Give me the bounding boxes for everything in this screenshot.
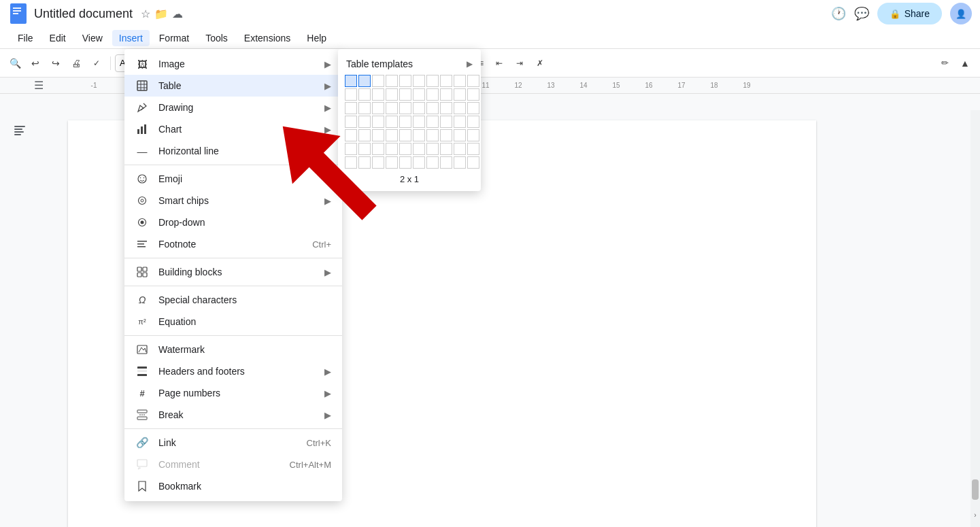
grid-cell-2-10[interactable] [467, 88, 479, 101]
menu-item-chart[interactable]: Chart ▶ [124, 118, 342, 140]
grid-cell-6-6[interactable] [413, 143, 425, 155]
grid-cell-6-1[interactable] [345, 143, 357, 155]
menu-item-emoji[interactable]: Emoji [124, 168, 342, 190]
print-btn[interactable]: 🖨 [67, 54, 86, 73]
grid-cell-3-8[interactable] [440, 102, 452, 114]
grid-cell-3-5[interactable] [399, 102, 411, 114]
grid-cell-3-9[interactable] [454, 102, 466, 114]
grid-cell-4-3[interactable] [372, 116, 384, 128]
folder-icon[interactable]: 📁 [154, 7, 168, 20]
grid-cell-2-3[interactable] [372, 88, 384, 101]
grid-cell-5-2[interactable] [358, 129, 371, 141]
menu-item-headers-footers[interactable]: Headers and footers ▶ [124, 360, 342, 382]
menu-item-tools[interactable]: Tools [199, 30, 235, 46]
collapse-toolbar-btn[interactable]: ▲ [956, 54, 975, 73]
avatar[interactable]: 👤 [950, 3, 972, 24]
grid-cell-3-3[interactable] [372, 102, 384, 114]
grid-cell-1-4[interactable] [386, 75, 398, 87]
grid-cell-1-3[interactable] [372, 75, 384, 87]
menu-item-view[interactable]: View [75, 30, 109, 46]
grid-cell-3-10[interactable] [467, 102, 479, 114]
comment-icon[interactable]: 💬 [854, 6, 869, 21]
grid-cell-5-1[interactable] [345, 129, 357, 141]
grid-cell-1-1[interactable] [345, 75, 357, 87]
grid-cell-5-9[interactable] [454, 129, 466, 141]
scroll-chevron-icon[interactable]: › [972, 509, 979, 520]
grid-cell-7-10[interactable] [467, 156, 479, 169]
menu-item-link[interactable]: 🔗 Link Ctrl+K [124, 432, 342, 454]
grid-cell-2-9[interactable] [454, 88, 466, 101]
grid-cell-6-7[interactable] [426, 143, 439, 155]
grid-cell-6-4[interactable] [386, 143, 398, 155]
grid-cell-3-2[interactable] [358, 102, 371, 114]
grid-cell-5-4[interactable] [386, 129, 398, 141]
clear-format-btn[interactable]: ✗ [530, 54, 550, 73]
menu-item-insert[interactable]: Insert [112, 30, 150, 46]
search-toolbar-btn[interactable]: 🔍 [5, 54, 24, 73]
grid-cell-7-2[interactable] [358, 156, 371, 169]
grid-cell-4-4[interactable] [386, 116, 398, 128]
grid-cell-2-5[interactable] [399, 88, 411, 101]
grid-cell-4-9[interactable] [454, 116, 466, 128]
edit-mode-btn[interactable]: ✏ [935, 54, 954, 73]
table-templates-row[interactable]: Table templates ▶ [345, 56, 474, 75]
menu-item-horizontal-line[interactable]: — Horizontal line [124, 140, 342, 162]
menu-item-file[interactable]: File [11, 30, 40, 46]
grid-cell-6-5[interactable] [399, 143, 411, 155]
grid-cell-7-8[interactable] [440, 156, 452, 169]
grid-cell-3-6[interactable] [413, 102, 425, 114]
menu-item-format[interactable]: Format [152, 30, 196, 46]
grid-cell-7-7[interactable] [426, 156, 439, 169]
grid-cell-5-5[interactable] [399, 129, 411, 141]
grid-cell-4-2[interactable] [358, 116, 371, 128]
menu-item-image[interactable]: 🖼 Image ▶ [124, 53, 342, 75]
grid-cell-3-1[interactable] [345, 102, 357, 114]
cloud-icon[interactable]: ☁ [172, 7, 183, 20]
hamburger-menu[interactable]: ☰ [34, 79, 44, 92]
grid-cell-6-3[interactable] [372, 143, 384, 155]
menu-item-building-blocks[interactable]: Building blocks ▶ [124, 261, 342, 283]
grid-cell-6-9[interactable] [454, 143, 466, 155]
grid-cell-7-4[interactable] [386, 156, 398, 169]
table-grid[interactable] [345, 75, 474, 169]
grid-cell-4-1[interactable] [345, 116, 357, 128]
grid-cell-2-2[interactable] [358, 88, 371, 101]
grid-cell-7-3[interactable] [372, 156, 384, 169]
grid-cell-3-7[interactable] [426, 102, 439, 114]
grid-cell-7-6[interactable] [413, 156, 425, 169]
grid-cell-6-2[interactable] [358, 143, 371, 155]
scrollbar-thumb[interactable] [972, 479, 979, 500]
grid-cell-5-7[interactable] [426, 129, 439, 141]
grid-cell-6-8[interactable] [440, 143, 452, 155]
grid-cell-5-8[interactable] [440, 129, 452, 141]
grid-cell-3-4[interactable] [386, 102, 398, 114]
grid-cell-4-8[interactable] [440, 116, 452, 128]
grid-cell-6-10[interactable] [467, 143, 479, 155]
spellcheck-btn[interactable]: ✓ [87, 54, 106, 73]
menu-item-watermark[interactable]: Watermark [124, 339, 342, 360]
undo-btn[interactable]: ↩ [26, 54, 45, 73]
menu-item-help[interactable]: Help [300, 30, 333, 46]
grid-cell-5-3[interactable] [372, 129, 384, 141]
history-icon[interactable]: 🕐 [831, 6, 846, 21]
menu-item-break[interactable]: Break ▶ [124, 404, 342, 426]
grid-cell-2-8[interactable] [440, 88, 452, 101]
grid-cell-7-1[interactable] [345, 156, 357, 169]
menu-item-edit[interactable]: Edit [43, 30, 73, 46]
menu-item-smart-chips[interactable]: Smart chips ▶ [124, 190, 342, 211]
grid-cell-4-6[interactable] [413, 116, 425, 128]
scrollbar-track[interactable]: › [970, 110, 980, 527]
grid-cell-5-10[interactable] [467, 129, 479, 141]
grid-cell-4-7[interactable] [426, 116, 439, 128]
menu-item-page-numbers[interactable]: # Page numbers ▶ [124, 382, 342, 404]
grid-cell-2-4[interactable] [386, 88, 398, 101]
grid-cell-1-5[interactable] [399, 75, 411, 87]
doc-outline-icon[interactable] [14, 124, 26, 139]
grid-cell-1-10[interactable] [467, 75, 479, 87]
grid-cell-2-7[interactable] [426, 88, 439, 101]
grid-cell-7-9[interactable] [454, 156, 466, 169]
grid-cell-4-5[interactable] [399, 116, 411, 128]
grid-cell-1-6[interactable] [413, 75, 425, 87]
share-button[interactable]: 🔒 Share [877, 3, 942, 24]
grid-cell-2-1[interactable] [345, 88, 357, 101]
